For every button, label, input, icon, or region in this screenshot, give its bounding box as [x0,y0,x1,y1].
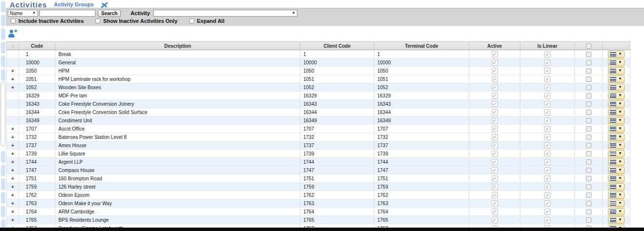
row-menu-dropdown-icon[interactable]: ▼ [608,84,625,91]
table-row[interactable]: 16343Coke Freestyle Conversion Joinery16… [7,100,630,108]
row-menu-dropdown-icon[interactable]: ▼ [608,67,625,75]
column-header-active[interactable]: Active [469,42,520,50]
search-input[interactable] [39,10,95,17]
expand-row-button[interactable]: + [11,217,14,223]
row-select-cell [575,116,603,125]
activity-groups-link[interactable]: Activity Groups [54,1,94,7]
table-row[interactable]: +1765BPS Residents Lounge17651765✓✓▼ [7,216,630,224]
search-field-select[interactable]: Name ▼ [8,10,38,17]
row-select-checkbox[interactable] [586,118,591,123]
row-select-checkbox[interactable] [586,217,591,223]
is-linear-checkbox: ✓ [544,184,551,190]
row-menu-dropdown-icon[interactable]: ▼ [608,59,625,66]
row-select-checkbox[interactable] [586,77,591,82]
tools-icon[interactable] [101,1,108,8]
row-select-checkbox[interactable] [586,143,591,148]
active-checkbox: ✓ [492,117,498,124]
toolbar-checkbox[interactable] [95,19,100,23]
table-row[interactable]: 16349Condiment Unit1634916349✓✓▼ [7,116,630,125]
row-menu-dropdown-icon[interactable]: ▼ [608,158,625,166]
expand-row-button[interactable]: + [11,209,14,214]
row-select-checkbox[interactable] [586,209,591,214]
column-header-terminal-code[interactable]: Terminal Code [374,42,469,50]
row-menu-dropdown-icon[interactable]: ▼ [608,109,625,116]
expand-row-button[interactable]: + [11,168,14,173]
row-menu-dropdown-icon[interactable]: ▼ [608,117,625,124]
expand-row-button[interactable]: + [11,77,14,82]
row-menu-dropdown-icon[interactable]: ▼ [608,134,625,141]
row-select-checkbox[interactable] [586,151,591,156]
table-row[interactable]: +1744Argent LLP17441744✓✓▼ [7,158,630,166]
expand-row-button[interactable]: + [11,126,14,132]
expand-row-button[interactable]: + [11,68,14,74]
row-select-checkbox[interactable] [586,93,591,98]
activity-select[interactable]: ▼ [153,10,297,17]
column-header-is-linear[interactable]: Is Linear [520,42,575,50]
toolbar-checkbox[interactable] [11,19,16,23]
table-row[interactable]: +1051HPM Laminate rack for workshop10511… [7,75,630,83]
row-menu-dropdown-icon[interactable]: ▼ [608,51,625,58]
table-row[interactable]: 1Break11✓✓▼ [7,50,630,58]
table-row[interactable]: 10000General1000010000✓✓▼ [7,58,630,67]
expand-row-button[interactable]: + [11,85,14,90]
row-menu-dropdown-icon[interactable]: ▼ [608,150,625,157]
table-row[interactable]: +1762Odeon Epsom17621762✓✓▼ [7,191,630,199]
table-row[interactable]: +1707Ascot Office17071707✓✓▼ [7,125,630,133]
row-menu-dropdown-icon[interactable]: ▼ [608,76,625,83]
expand-row-button[interactable]: + [11,176,14,181]
table-row[interactable]: +1737Ames House17371737✓✓▼ [7,141,630,150]
expand-row-button[interactable]: + [11,135,14,140]
table-row[interactable]: +1759126 Harley street17591759✓✓▼ [7,183,630,191]
expand-row-button[interactable]: + [11,143,14,148]
table-row[interactable]: +1747Compass House17471747✓✓▼ [7,166,630,174]
row-menu-dropdown-icon[interactable]: ▼ [608,92,625,99]
table-row[interactable]: +1764ARM Cambridge17641764✓✓▼ [7,208,630,216]
table-row[interactable]: 16344Coke Freestyle Conversion Solid Sur… [7,108,630,116]
column-header-client-code[interactable]: Client Code [300,42,374,50]
row-select-checkbox[interactable] [586,176,591,181]
row-menu-dropdown-icon[interactable]: ▼ [608,175,625,182]
row-menu-dropdown-icon[interactable]: ▼ [608,100,625,108]
row-menu-dropdown-icon[interactable]: ▼ [608,142,625,149]
sort-header-cell[interactable]: ↑ [7,42,19,50]
column-header-code[interactable]: Code [19,42,55,50]
row-select-checkbox[interactable] [586,101,591,107]
row-select-checkbox[interactable] [586,184,591,190]
row-select-checkbox[interactable] [586,110,591,115]
table-row[interactable]: +1739Lillie Square17391739✓✓▼ [7,150,630,158]
table-row[interactable]: 16329MDF Pre lam1632916329✓✓▼ [7,92,630,100]
row-select-checkbox[interactable] [586,68,591,74]
row-menu-dropdown-icon[interactable]: ▼ [608,167,625,174]
search-button[interactable]: Search [98,10,121,17]
row-menu-dropdown-icon[interactable]: ▼ [608,192,625,199]
row-select-checkbox[interactable] [586,201,591,206]
row-select-checkbox[interactable] [586,126,591,132]
expand-row-button[interactable]: + [11,201,14,206]
row-select-checkbox[interactable] [586,159,591,165]
code-cell: 1737 [19,141,55,150]
table-row[interactable]: +1751160 Brompton Road17511751✓✓▼ [7,174,630,183]
table-row[interactable]: +1763Odeon Make it your Way17631763✓✓▼ [7,199,630,208]
row-select-checkbox[interactable] [586,135,591,140]
toolbar-checkbox[interactable] [189,19,194,23]
row-select-checkbox[interactable] [586,192,591,198]
expand-row-button[interactable]: + [11,159,14,165]
table-row[interactable]: +1732Batersea Power Station Level 817321… [7,133,630,141]
table-row[interactable]: +1050HPM10501050✓✓▼ [7,67,630,75]
column-header-description[interactable]: Description [55,42,300,50]
row-menu-dropdown-icon[interactable]: ▼ [608,200,625,207]
expand-row-button[interactable]: + [11,151,14,156]
row-select-checkbox[interactable] [586,168,591,173]
row-menu-dropdown-icon[interactable]: ▼ [608,216,625,224]
expand-row-button[interactable]: + [11,192,14,198]
table-row[interactable]: +1052Wooden Site Boxes10521052✓✓▼ [7,83,630,92]
row-select-checkbox[interactable] [586,85,591,90]
select-all-checkbox[interactable] [586,43,591,49]
row-menu-dropdown-icon[interactable]: ▼ [608,208,625,215]
row-menu-dropdown-icon[interactable]: ▼ [608,183,625,191]
row-select-checkbox[interactable] [586,60,591,65]
expand-row-button[interactable]: + [11,184,14,190]
row-menu-dropdown-icon[interactable]: ▼ [608,125,625,133]
row-select-checkbox[interactable] [586,52,591,57]
add-activity-person-icon[interactable] [8,29,18,38]
